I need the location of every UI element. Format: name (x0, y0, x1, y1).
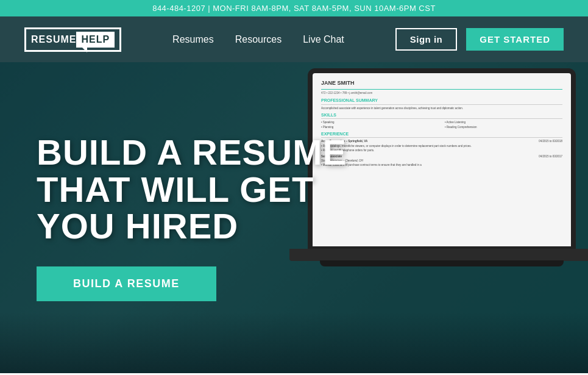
nav-right: Sign in GET STARTED (395, 28, 564, 51)
resume-job2-company: Stark Enterprises – Cleveland, OH (321, 159, 562, 163)
logo[interactable]: RESUME HELP (24, 27, 121, 52)
top-bar: 844-484-1207 | MON-FRI 8AM-8PM, SAT 8AM-… (0, 0, 588, 16)
resume-skills-title: Skills (321, 112, 562, 120)
logo-help-text: HELP (81, 34, 110, 45)
hero-section: JANE SMITH 472 • 222-1234 • 789 • j.smit… (0, 62, 588, 373)
resume-job1-bullets: • Read catalogs, microfiche viewers, or … (321, 144, 562, 152)
cta-button[interactable]: BUILD A RESUME (37, 266, 216, 301)
resume-job2-bullets: • Monitor fulfillment of purchase contra… (321, 163, 562, 167)
nav-link-resumes[interactable]: Resumes (172, 34, 214, 45)
signin-button[interactable]: Sign in (395, 28, 458, 51)
resume-summary-text: Accomplished associate with experience i… (321, 106, 562, 110)
resume-name: JANE SMITH (321, 79, 562, 90)
getstarted-button[interactable]: GET STARTED (466, 28, 564, 51)
resume-job2-date: 04/2015 to 03/2017 (539, 154, 562, 159)
nav-links: Resumes Resources Live Chat (172, 34, 344, 45)
hero-content: BUILD A RESUME THAT WILL GET YOU HIRED B… (0, 134, 353, 302)
speech-tail-icon (82, 48, 87, 52)
desk-decor (0, 312, 588, 373)
resume-contact: 472 • 222-1234 • 789 • j.smith@email.com (321, 91, 562, 96)
laptop-bottom (320, 260, 564, 266)
logo-resume-text: RESUME (31, 34, 76, 45)
hero-title-line1: BUILD A RESUME (37, 132, 347, 172)
hero-title-line2: THAT WILL GET YOU HIRED (37, 170, 314, 246)
nav-link-resources[interactable]: Resources (235, 34, 282, 45)
hero-title: BUILD A RESUME THAT WILL GET YOU HIRED (37, 134, 353, 246)
nav-link-live-chat[interactable]: Live Chat (303, 34, 344, 45)
resume-skills-col1: • Speaking• Planning (321, 120, 439, 129)
resume-skills-col2: • Active Listening• Reading Comprehensio… (445, 120, 562, 129)
resume-job1-date: 04/2015 to 03/2018 (539, 139, 562, 143)
contact-info: 844-484-1207 | MON-FRI 8AM-8PM, SAT 8AM-… (152, 4, 436, 13)
resume-experience-title: EXPERIENCE (321, 131, 562, 138)
navbar: RESUME HELP Resumes Resources Live Chat … (0, 16, 588, 62)
resume-summary-title: PROFESSIONAL SUMMARY (321, 98, 562, 105)
